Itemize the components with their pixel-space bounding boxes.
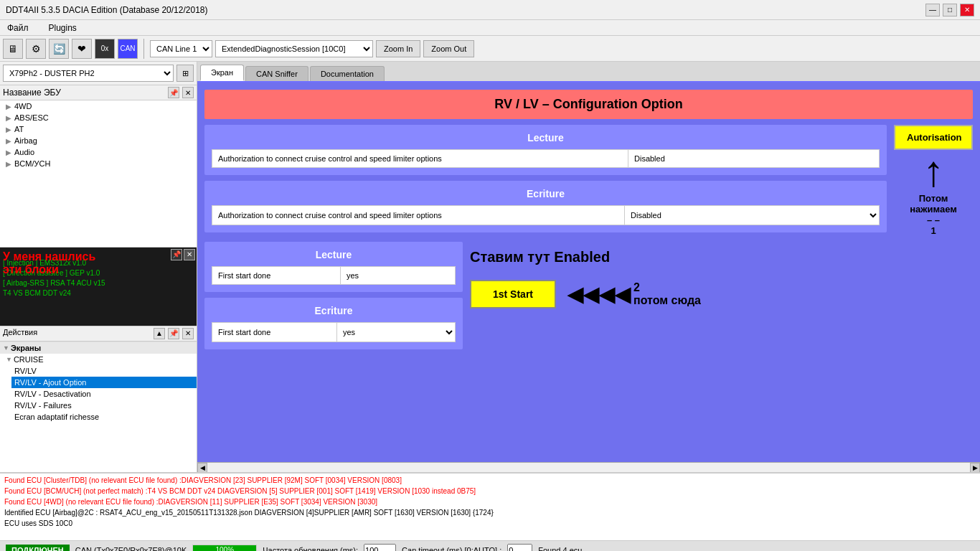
autorisation-button[interactable]: Autorisation — [894, 125, 973, 150]
toolbar-separator — [143, 39, 144, 59]
ecu-list-header: Название ЭБУ 📌 ✕ — [0, 85, 197, 100]
screens-label: ▼ Экраны — [0, 342, 197, 354]
right-area: Экран CAN Sniffer Documentation RV / LV … — [197, 62, 980, 472]
lower-right-area: Ставим тут Enabled 1st Start ◀◀◀◀ 2потом… — [470, 242, 973, 316]
ecu-qr-icon[interactable]: ⊞ — [176, 65, 194, 82]
progress-bar: 100% — [192, 545, 257, 552]
lower-ecriture-select[interactable]: yes no — [336, 323, 455, 342]
first-start-row: 1st Start ◀◀◀◀ 2потом сюда — [470, 273, 701, 316]
tab-screen[interactable]: Экран — [200, 65, 244, 81]
cruise-label[interactable]: ▼ CRUISE — [3, 354, 197, 365]
main-layout: X79Ph2 - DUSTER PH2 ⊞ Название ЭБУ 📌 ✕ ▶… — [0, 62, 980, 472]
ecriture-label: Authorization to connect cruise control … — [212, 207, 624, 224]
title-bar-text: DDT4AII 5.3.5 DACIA Edition (Database 20… — [6, 5, 208, 15]
actions-label: Действия — [3, 328, 37, 339]
ecu-item-absesc[interactable]: ▶ABS/ESC — [0, 112, 197, 123]
ecu-item-audio[interactable]: ▶Audio — [0, 146, 197, 158]
actions-list: ▼ Экраны ▼ CRUISE RV/LV RV/LV - Ajout Op… — [0, 342, 197, 473]
title-bar-controls: — □ ✕ — [925, 4, 974, 17]
arrow-annotation: ◀◀◀◀ 2потом сюда — [567, 281, 701, 307]
right-annotations: Autorisation ↑ Потом нажимаем – – 1 — [894, 125, 973, 236]
ecu-info-box: 📌 ✕ [ Injection ] EMS312x v1.0 [ Directi… — [0, 248, 197, 326]
actions-pin-btn[interactable]: 📌 — [168, 328, 179, 339]
session-dropdown[interactable]: ExtendedDiagnosticSession [10C0] — [215, 40, 373, 57]
frequency-label: Частота обновления (ms): — [263, 546, 358, 552]
lower-area-row: Lecture First start done yes Ecriture Fi… — [204, 242, 973, 349]
ecu-selector-dropdown[interactable]: X79Ph2 - DUSTER PH2 — [3, 65, 174, 82]
info-close-btn[interactable]: ✕ — [184, 249, 195, 260]
lower-lecture-card: Lecture First start done yes — [204, 242, 463, 292]
lower-right-annotation: 2потом сюда — [633, 281, 701, 307]
frequency-input[interactable] — [364, 544, 396, 552]
menu-plugins[interactable]: Plugins — [44, 22, 81, 34]
actions-header: Действия ▲ 📌 ✕ — [0, 326, 197, 342]
zoom-in-button[interactable]: Zoom In — [376, 40, 420, 57]
arrow-left-icon: ◀◀◀◀ — [567, 283, 631, 306]
zoom-out-button[interactable]: Zoom Out — [423, 40, 474, 57]
section-controls: 📌 ✕ — [168, 87, 194, 98]
actions-close-btn[interactable]: ✕ — [182, 328, 194, 339]
log-line-3: Found ECU [4WD] (no relevant ECU file fo… — [4, 496, 976, 507]
lecture-title: Lecture — [212, 132, 880, 143]
lower-lecture-row: First start done yes — [212, 266, 456, 285]
tree-rvlv[interactable]: RV/LV — [11, 365, 197, 377]
top-cards-left: Lecture Authorization to connect cruise … — [204, 125, 887, 232]
close-button[interactable]: ✕ — [960, 4, 974, 17]
ecriture-select[interactable]: Disabled Enabled — [624, 206, 879, 225]
minimize-button[interactable]: — — [925, 4, 940, 17]
can-timeout-label: Can timeout (ms) [0:AUTO] : — [402, 546, 501, 552]
toolbar-icon-6[interactable]: CAN — [118, 39, 138, 59]
left-panel: X79Ph2 - DUSTER PH2 ⊞ Название ЭБУ 📌 ✕ ▶… — [0, 62, 197, 472]
toolbar-icon-4[interactable]: ❤ — [72, 39, 92, 59]
top-cards-row: Lecture Authorization to connect cruise … — [204, 125, 973, 236]
scroll-left-btn[interactable]: ◀ — [197, 463, 207, 473]
info-line-4: T4 VS BCM DDT v24 — [3, 288, 194, 298]
lower-lecture-value: yes — [340, 267, 455, 284]
section-pin-btn[interactable]: 📌 — [168, 87, 179, 98]
tab-bar: Экран CAN Sniffer Documentation — [197, 62, 980, 83]
ecu-item-4wd[interactable]: ▶4WD — [0, 100, 197, 112]
toolbar: 🖥 ⚙ 🔄 ❤ 0x CAN CAN Line 1 ExtendedDiagno… — [0, 36, 980, 62]
log-line-4: Identified ECU [Airbag]@2C : RSAT4_ACU_e… — [4, 507, 976, 518]
lecture-row: Authorization to connect cruise control … — [212, 149, 880, 168]
connected-badge: ПОДКЛЮЧЕН — [6, 545, 70, 552]
lower-ecriture-title: Ecriture — [212, 305, 456, 316]
can-timeout-input[interactable] — [507, 544, 532, 552]
toolbar-icon-3[interactable]: 🔄 — [49, 39, 69, 59]
cruise-children: RV/LV RV/LV - Ajout Option RV/LV - Desac… — [3, 365, 197, 423]
scroll-right-btn[interactable]: ▶ — [970, 463, 980, 473]
found-ecu: Found 4 ecu — [538, 546, 582, 552]
toolbar-icon-1[interactable]: 🖥 — [3, 39, 23, 59]
content-area: RV / LV – Configuration Option Lecture A… — [197, 83, 980, 472]
ecu-item-at[interactable]: ▶AT — [0, 123, 197, 135]
tree-rvlv-failures[interactable]: RV/LV - Failures — [11, 400, 197, 411]
section-close-btn[interactable]: ✕ — [182, 87, 194, 98]
toolbar-icon-2[interactable]: ⚙ — [26, 39, 46, 59]
lower-ecriture-label: First start done — [212, 324, 336, 341]
scroll-track[interactable] — [207, 463, 970, 473]
menu-file[interactable]: Файл — [3, 22, 33, 34]
status-bar: ПОДКЛЮЧЕН CAN (Tx0x7E0/Rx0x7E8)@10K 100%… — [0, 540, 980, 551]
tree-ecran-adaptatif[interactable]: Ecran adaptatif richesse — [11, 411, 197, 423]
can-line-dropdown[interactable]: CAN Line 1 — [150, 40, 212, 57]
horizontal-scrollbar: ◀ ▶ — [197, 462, 980, 472]
ecriture-card: Ecriture Authorization to connect cruise… — [204, 181, 887, 232]
info-overlay-text: У меня нашлись эти блоки — [3, 250, 95, 276]
toolbar-icon-5[interactable]: 0x — [95, 39, 115, 59]
h-scrollbar: ◀ ▶ — [197, 462, 980, 472]
first-start-button[interactable]: 1st Start — [470, 280, 556, 309]
ecu-item-airbag[interactable]: ▶Airbag — [0, 135, 197, 146]
tree-rvlv-desac[interactable]: RV/LV - Desactivation — [11, 388, 197, 400]
can-info: CAN (Tx0x7E0/Rx0x7E8)@10K — [75, 546, 187, 552]
ecu-item-bcm[interactable]: ▶BCM/УСН — [0, 158, 197, 169]
tab-can-sniffer[interactable]: CAN Sniffer — [245, 66, 308, 81]
tab-documentation[interactable]: Documentation — [310, 66, 385, 81]
actions-up-btn[interactable]: ▲ — [154, 328, 165, 339]
ecu-list: ▶4WD ▶ABS/ESC ▶AT ▶Airbag ▶Audio ▶BCM/УС… — [0, 100, 197, 248]
lower-lecture-label: First start done — [212, 267, 340, 284]
tree-rvlv-ajout[interactable]: RV/LV - Ajout Option — [11, 377, 197, 388]
info-pin-btn[interactable]: 📌 — [171, 249, 182, 260]
maximize-button[interactable]: □ — [943, 4, 957, 17]
ecu-list-header-label: Название ЭБУ — [3, 88, 61, 98]
lower-ecriture-row: First start done yes no — [212, 322, 456, 342]
